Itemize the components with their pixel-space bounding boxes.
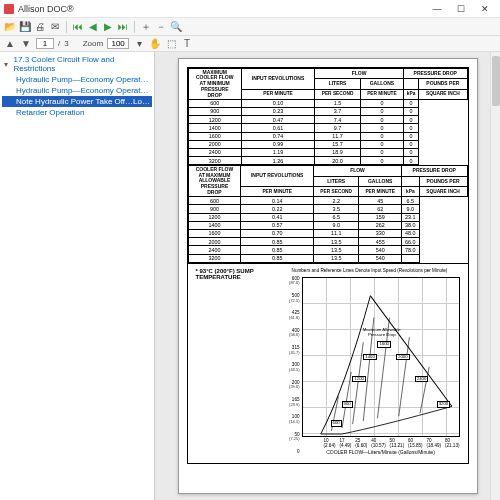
speed-label: 600 [331, 420, 342, 427]
title-bar: Allison DOC® — ☐ ✕ [0, 0, 500, 18]
x-tick: 10(2.64) [324, 438, 336, 448]
table-cell: 0 [360, 148, 403, 156]
table-cell: 11.7 [315, 132, 361, 140]
table-cell: 23.1 [401, 213, 419, 221]
tree-item[interactable]: Hydraulic Pump—Economy Operation [2, 85, 152, 96]
table-cell: 0 [403, 157, 418, 165]
table-cell: 2400 [188, 148, 241, 156]
table-cell: 1600 [188, 229, 241, 237]
hand-icon[interactable]: ✋ [149, 38, 161, 50]
page-toolbar: ▲ ▼ / 3 Zoom ▾ ✋ ⬚ T [0, 36, 500, 52]
collapse-icon[interactable]: ▾ [4, 60, 12, 69]
zoom-input[interactable] [107, 38, 129, 49]
table-cell: 15.7 [315, 140, 361, 148]
chart-x-axis: 10(2.64)17(4.49)25(6.60)40(10.57)50(13.2… [302, 437, 460, 448]
bookmark-tree: ▾ 17.3 Cooler Circuit Flow and Restricti… [0, 52, 155, 500]
table-cell: 0.74 [241, 132, 314, 140]
window-controls: — ☐ ✕ [426, 2, 496, 16]
table-cell: 45 [359, 197, 402, 205]
table-cell: 0 [360, 116, 403, 124]
app-title: Allison DOC® [18, 4, 74, 14]
table-cell: 600 [188, 99, 241, 107]
main-toolbar: 📂 💾 🖨 ✉ ⏮ ◀ ▶ ⏭ ＋ － 🔍 [0, 18, 500, 36]
find-icon[interactable]: 🔍 [170, 21, 182, 33]
save-icon[interactable]: 💾 [19, 21, 31, 33]
table-cell: 0 [360, 107, 403, 115]
table-cell: 0 [360, 157, 403, 165]
nav-last-icon[interactable]: ⏭ [117, 21, 129, 33]
chart-note-top: Numbers and Reference Lines Denote Input… [276, 268, 464, 275]
y-tick: 425(61.6) [289, 311, 299, 320]
speed-label: 3200 [437, 401, 451, 408]
select-icon[interactable]: ⬚ [165, 38, 177, 50]
table-cell: 0.47 [241, 116, 314, 124]
chart-section: * 93°C (200°F) SUMP TEMPERATURE Numbers … [188, 263, 468, 463]
table-cell: 1600 [188, 132, 241, 140]
table-cell: 0 [403, 99, 418, 107]
minimize-button[interactable]: — [426, 2, 448, 16]
table-cell: 3200 [188, 254, 241, 262]
tree-item[interactable]: Retarder Operation [2, 107, 152, 118]
table-cell: 0.61 [241, 124, 314, 132]
chart-plot: Maximum Allowable Pressure Drop 60090012… [302, 277, 460, 437]
mail-icon[interactable]: ✉ [49, 21, 61, 33]
vertical-scrollbar[interactable] [490, 52, 500, 500]
y-tick: 400(58.0) [289, 329, 299, 338]
table-cell: 0 [360, 140, 403, 148]
y-tick: 0 [297, 450, 300, 455]
table-cell: 48.0 [401, 229, 419, 237]
table-cell: 330 [359, 229, 402, 237]
table-cell: 38.0 [401, 221, 419, 229]
table-cell: 13.5 [314, 238, 359, 246]
table-cell: 6.5 [314, 213, 359, 221]
text-icon[interactable]: T [181, 38, 193, 50]
print-icon[interactable]: 🖨 [34, 21, 46, 33]
maximize-button[interactable]: ☐ [450, 2, 472, 16]
speed-label: 1400 [363, 354, 377, 361]
separator [66, 21, 67, 33]
nav-prev-icon[interactable]: ◀ [87, 21, 99, 33]
x-tick: 40(10.57) [371, 438, 386, 448]
tree-root[interactable]: ▾ 17.3 Cooler Circuit Flow and Restricti… [2, 54, 152, 74]
nav-first-icon[interactable]: ⏮ [72, 21, 84, 33]
scrollbar-thumb[interactable] [492, 56, 500, 106]
page-up-icon[interactable]: ▲ [4, 38, 16, 50]
zoom-in-icon[interactable]: ＋ [140, 21, 152, 33]
speed-label: 1600 [377, 341, 391, 348]
table-cell: 0 [403, 107, 418, 115]
page-current-input[interactable] [36, 38, 54, 49]
svg-line-2 [352, 342, 363, 424]
table-cell: 0 [403, 116, 418, 124]
table-cell: 0.41 [241, 213, 314, 221]
table-cell [401, 254, 419, 262]
page-down-icon[interactable]: ▼ [20, 38, 32, 50]
tree-item[interactable]: Note Hydraulic Power Take Off…Lockup Ope… [2, 96, 152, 107]
table-cell: 13.5 [314, 254, 359, 262]
sump-title: * 93°C (200°F) SUMP TEMPERATURE [192, 268, 272, 459]
zoom-out-icon[interactable]: － [155, 21, 167, 33]
table-cell: 20.0 [315, 157, 361, 165]
open-icon[interactable]: 📂 [4, 21, 16, 33]
table-cell: 6.5 [401, 197, 419, 205]
table-cell: 0.23 [241, 107, 314, 115]
chart-y-axis: 600(87.0)500(72.5)425(61.6)400(58.0)315(… [280, 277, 302, 455]
svg-line-5 [398, 337, 409, 416]
y-tick: 200(29.0) [289, 381, 299, 390]
speed-label: 1200 [352, 376, 366, 383]
table-cell: 0 [403, 148, 418, 156]
table-cell: 18.9 [315, 148, 361, 156]
svg-line-6 [420, 367, 429, 413]
document-viewport[interactable]: MAXIMUMCOOLER FLOWAT MINIMUMPRESSUREDROP… [155, 52, 500, 500]
tree-item[interactable]: Hydraulic Pump—Economy Operation [2, 74, 152, 85]
table-cell: 1.26 [241, 157, 314, 165]
speed-label: 2400 [415, 376, 429, 383]
table-cell: 262 [359, 221, 402, 229]
zoom-dropdown-icon[interactable]: ▾ [133, 38, 145, 50]
y-tick: 50(7.25) [289, 433, 299, 442]
table-cell: 540 [359, 246, 402, 254]
y-tick: 165(23.9) [289, 398, 299, 407]
table-cell: 900 [188, 107, 241, 115]
close-button[interactable]: ✕ [474, 2, 496, 16]
table-cell: 0 [403, 124, 418, 132]
nav-next-icon[interactable]: ▶ [102, 21, 114, 33]
